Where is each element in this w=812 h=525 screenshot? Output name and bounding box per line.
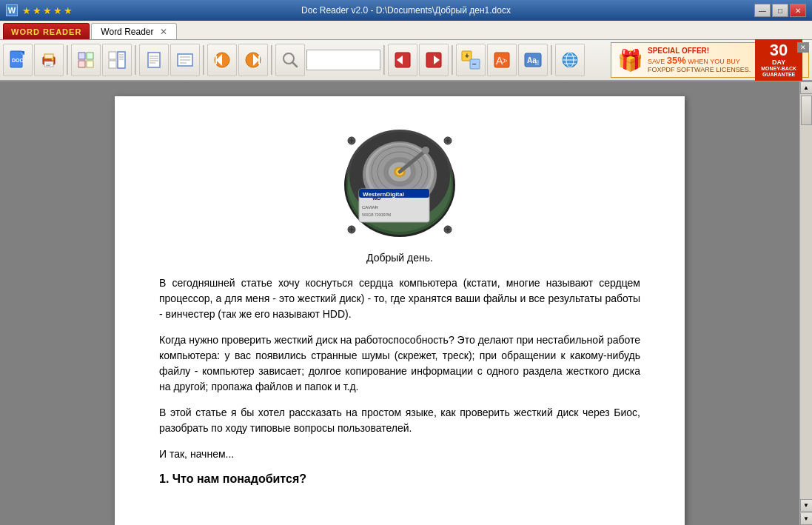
scroll-up-button[interactable]: ▲ [800,81,813,94]
svg-line-36 [292,62,297,67]
next-page-icon [243,50,264,70]
ad-save-text: SAVE 35% WHEN YOU BUY [648,55,751,66]
svg-rect-14 [109,52,116,59]
svg-text:A: A [501,58,509,63]
scroll-down-button[interactable]: ▼ [800,499,813,512]
svg-point-9 [52,58,54,61]
svg-text:WesternDigital: WesternDigital [363,191,404,198]
search-icon [280,50,301,70]
document-greeting: Добрый день. [159,252,640,264]
svg-rect-7 [46,64,52,64]
document-page: WD CAVIAR 500GB 7200RPM WesternDigital Д… [115,96,685,525]
language-icon: Aa [523,50,543,70]
svg-rect-11 [87,53,93,59]
app-icon: W [6,4,18,16]
thumbnail-icon [107,50,127,70]
svg-text:CAVIAR: CAVIAR [362,205,379,210]
document-image-area: WD CAVIAR 500GB 7200RPM WesternDigital [159,126,640,244]
search-input[interactable] [307,55,366,65]
svg-text:+: + [465,52,469,60]
thumbnail-button[interactable] [102,44,132,76]
window-controls[interactable]: — □ ✕ [754,4,806,17]
last-page-icon [423,50,444,70]
gift-icon: 🎁 [617,48,643,73]
ad-guarantee: MONEY-BACKGUARANTEE [761,66,796,77]
svg-rect-16 [118,52,125,68]
document-para-2: Когда нужно проверить жесткий диск на ра… [159,332,640,395]
doc-icon: DOC [7,50,28,70]
zoom-button[interactable]: + − [456,44,486,76]
view-mode-button[interactable] [71,44,101,76]
fit-page-button[interactable] [139,44,169,76]
separator-1 [67,45,68,75]
tab-bar: WORD READER Word Reader ✕ [0,21,812,40]
scroll-thumb[interactable] [801,96,812,125]
svg-rect-10 [78,53,85,59]
search-input-wrapper[interactable] [306,50,380,70]
ad-text-block: SPECIAL OFFER! SAVE 35% WHEN YOU BUY FOX… [648,47,751,73]
tab-word-reader[interactable]: Word Reader ✕ [91,23,176,39]
web-icon [560,50,580,70]
rotate-button[interactable]: A A [487,44,517,76]
star-1: ★ [22,5,31,16]
rating-stars: ★ ★ ★ ★ ★ [22,5,73,16]
scroll-end-button[interactable]: ▼ [800,512,813,525]
zoom-icon: + − [460,50,481,70]
next-page-button[interactable] [238,44,268,76]
language-button[interactable]: Aa [518,44,548,76]
title-bar-left: W ★ ★ ★ ★ ★ [6,4,73,16]
maximize-button[interactable]: □ [772,4,788,17]
vertical-scrollbar[interactable]: ▲ ▼ ▼ [799,81,812,525]
ad-day-label: DAY [761,58,796,66]
separator-4 [271,45,272,75]
print-button[interactable] [34,44,64,76]
document-heading: 1. Что нам понадобится? [159,472,640,486]
web-button[interactable] [555,44,585,76]
fit-width-button[interactable] [170,44,200,76]
svg-text:500GB  7200RPM: 500GB 7200RPM [362,213,391,217]
star-4: ★ [53,5,62,16]
fit-page-icon [144,50,164,70]
separator-7 [551,45,552,75]
last-page-button[interactable] [419,44,449,76]
fit-width-icon [175,50,195,70]
open-doc-button[interactable]: DOC [3,44,33,76]
rotate-icon: A A [491,50,512,70]
main-area: WD CAVIAR 500GB 7200RPM WesternDigital Д… [0,81,812,525]
prev-page-button[interactable] [207,44,237,76]
svg-rect-5 [44,54,53,58]
svg-point-72 [422,147,429,154]
document-para-4: И так, начнем... [159,447,640,462]
svg-rect-50 [535,60,539,65]
close-button[interactable]: ✕ [790,4,806,17]
window-title: Doc Reader v2.0 - D:\Documents\Добрый де… [301,5,511,16]
toolbar: DOC [0,40,812,81]
ad-days-block: 30 DAY MONEY-BACKGUARANTEE [755,39,802,80]
search-button[interactable] [275,44,305,76]
first-page-icon [392,50,413,70]
hdd-image: WD CAVIAR 500GB 7200RPM WesternDigital [337,126,463,244]
tab-label: Word Reader [101,27,153,37]
title-bar: W ★ ★ ★ ★ ★ Doc Reader v2.0 - D:\Documen… [0,0,812,21]
view-mode-icon [76,50,96,70]
svg-rect-12 [78,61,85,67]
ad-special-offer: SPECIAL OFFER! [648,47,751,55]
first-page-button[interactable] [388,44,417,76]
scroll-track[interactable] [800,94,812,499]
prev-page-icon [212,50,232,70]
separator-6 [452,45,453,75]
svg-rect-20 [148,53,160,67]
document-area: WD CAVIAR 500GB 7200RPM WesternDigital Д… [0,81,799,525]
svg-rect-13 [87,61,93,67]
ad-close-button[interactable]: ✕ [797,42,809,53]
tab-close-icon[interactable]: ✕ [160,27,167,37]
svg-text:DOC: DOC [12,58,24,63]
separator-3 [203,45,204,75]
svg-text:−: − [472,60,477,68]
document-para-1: В сегодняшней статье хочу коснуться серд… [159,275,640,322]
print-icon [38,50,59,70]
star-3: ★ [43,5,52,16]
app-logo: WORD READER [3,23,90,39]
separator-2 [135,45,136,75]
minimize-button[interactable]: — [754,4,771,17]
